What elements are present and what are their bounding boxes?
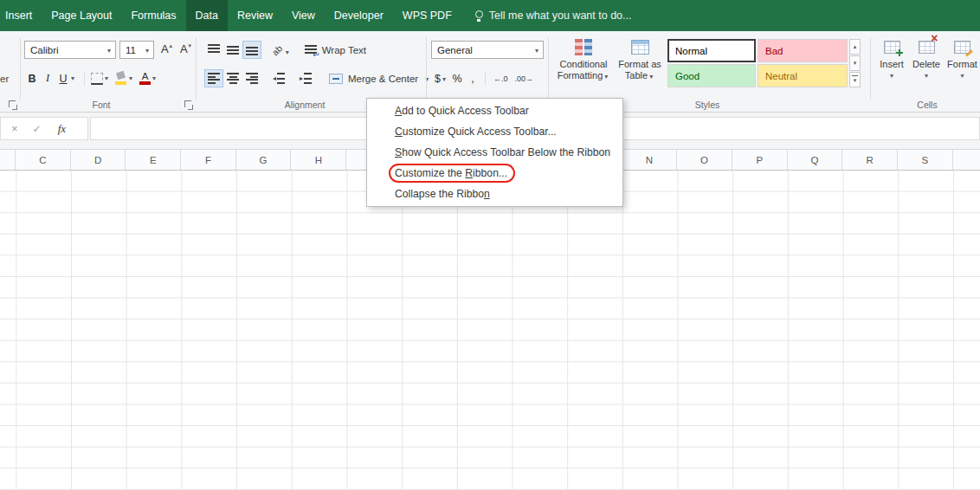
column-header-s[interactable]: S (898, 150, 953, 170)
middle-align-icon (227, 44, 239, 55)
format-as-table-icon (631, 40, 649, 55)
fill-color-icon[interactable] (114, 72, 128, 85)
number-format-combo[interactable]: General (431, 41, 544, 59)
decrease-decimal-button[interactable]: .00→ (511, 74, 537, 83)
orientation-button[interactable]: ab (272, 43, 291, 57)
tab-view[interactable]: View (282, 0, 325, 31)
borders-icon[interactable] (91, 73, 103, 85)
column-header-r[interactable]: R (842, 150, 898, 170)
align-right-button[interactable] (242, 69, 261, 87)
tab-wps-pdf[interactable]: WPS PDF (393, 0, 461, 31)
underline-button[interactable]: U (55, 69, 71, 87)
font-group-label: Font (92, 100, 110, 110)
group-separator (548, 37, 549, 100)
percent-style-button[interactable]: % (449, 69, 465, 87)
font-size-combo[interactable]: 11 (119, 41, 154, 59)
bold-button[interactable]: B (24, 69, 40, 87)
middle-align-button[interactable] (223, 41, 242, 59)
decrease-indent-button[interactable]: ◂ (269, 69, 288, 87)
top-align-button[interactable] (204, 41, 223, 59)
cell-style-normal[interactable]: Normal (667, 39, 756, 62)
up-arrow-icon (170, 41, 173, 50)
borders-dropdown[interactable] (105, 69, 113, 87)
menu-item-show-quick-access-toolbar-below-the-ribbon[interactable]: Show Quick Access Toolbar Below the Ribb… (367, 142, 622, 163)
spreadsheet-grid[interactable] (0, 171, 980, 490)
font-color-dropdown[interactable] (152, 69, 161, 87)
merge-center-label: Merge & Center (348, 74, 418, 84)
merge-center-icon (329, 74, 343, 84)
menu-item-label: Customize Quick Access Toolbar... (395, 126, 557, 138)
conditional-formatting-button[interactable]: Conditional Formatting (554, 35, 613, 81)
menu-item-add-to-quick-access-toolbar[interactable]: Add to Quick Access Toolbar (367, 100, 622, 121)
align-right-icon (246, 73, 258, 84)
underline-dropdown[interactable] (71, 69, 80, 87)
format-cells-button[interactable]: Format (945, 35, 980, 80)
column-header-f[interactable]: F (181, 150, 236, 170)
decrease-font-size-button[interactable]: A (177, 41, 195, 59)
tab-insert[interactable]: Insert (0, 0, 42, 31)
menu-item-collapse-the-ribbon[interactable]: Collapse the Ribbon (367, 184, 622, 204)
column-header-n[interactable]: N (622, 150, 678, 170)
bottom-align-icon (246, 44, 258, 55)
clipboard-dialog-launcher-icon[interactable] (9, 100, 18, 110)
tab-formulas[interactable]: Formulas (121, 0, 185, 31)
chevron-down-icon (441, 73, 448, 84)
italic-button[interactable]: I (40, 69, 55, 87)
column-header-q[interactable]: Q (788, 150, 843, 170)
column-header-d[interactable]: D (71, 150, 126, 170)
chevron-down-icon[interactable] (106, 45, 113, 55)
enter-check-icon[interactable]: ✓ (33, 124, 42, 134)
align-center-button[interactable] (223, 69, 242, 87)
column-header-o[interactable]: O (677, 150, 732, 170)
insert-cells-button[interactable]: Insert (875, 35, 908, 80)
column-header-g[interactable]: G (236, 150, 292, 170)
insert-function-icon[interactable]: fx (58, 123, 66, 134)
fill-color-dropdown[interactable] (129, 69, 138, 87)
column-header-h[interactable]: H (291, 150, 346, 170)
chevron-down-icon[interactable] (144, 45, 151, 55)
cell-style-bad[interactable]: Bad (758, 39, 848, 62)
tell-me-box[interactable]: Tell me what you want to do... (475, 0, 632, 31)
menu-item-customize-the-ribbon[interactable]: Customize the Ribbon... (367, 163, 622, 184)
gallery-scroll-down-button[interactable] (849, 55, 861, 71)
tab-review[interactable]: Review (228, 0, 282, 31)
font-dialog-launcher-icon[interactable] (184, 100, 194, 110)
clipped-format-painter-label[interactable]: er (0, 74, 9, 84)
font-color-icon[interactable]: A (139, 71, 152, 86)
styles-gallery-scrollbar (849, 39, 861, 87)
bottom-align-button[interactable] (242, 41, 261, 59)
alignment-group-label: Alignment (285, 100, 326, 110)
merge-center-button[interactable]: Merge & Center (329, 74, 430, 84)
font-size-value: 11 (126, 45, 136, 55)
font-name-value: Calibri (30, 45, 59, 55)
chevron-down-icon[interactable] (423, 74, 430, 84)
gallery-more-button[interactable] (849, 72, 861, 87)
align-left-button[interactable] (204, 69, 223, 87)
tab-data[interactable]: Data (186, 0, 228, 31)
tab-developer[interactable]: Developer (325, 0, 393, 31)
top-align-icon (208, 44, 220, 55)
column-header-p[interactable]: P (732, 150, 788, 170)
separator (485, 72, 486, 86)
format-as-table-button[interactable]: Format as Table (615, 35, 665, 81)
increase-decimal-button[interactable]: ←.0 (490, 74, 512, 83)
wrap-text-button[interactable]: Wrap Text (305, 44, 366, 55)
cancel-icon[interactable]: × (11, 123, 18, 134)
cell-style-good[interactable]: Good (667, 64, 756, 87)
column-header-partial[interactable] (0, 150, 16, 170)
increase-indent-button[interactable]: ▸ (296, 69, 315, 87)
tab-page-layout[interactable]: Page Layout (42, 0, 121, 31)
cell-style-neutral[interactable]: Neutral (758, 64, 848, 87)
right-arrow-icon: ▸ (300, 75, 303, 82)
delete-cells-button[interactable]: Delete (910, 35, 943, 80)
accounting-format-button[interactable]: $ (433, 69, 449, 87)
menu-item-customize-quick-access-toolbar[interactable]: Customize Quick Access Toolbar... (367, 121, 622, 142)
chevron-down-icon[interactable] (533, 45, 540, 55)
increase-font-size-button[interactable]: A (158, 41, 176, 59)
column-header-e[interactable]: E (126, 150, 181, 170)
gallery-scroll-up-button[interactable] (849, 39, 861, 55)
font-name-combo[interactable]: Calibri (24, 41, 116, 59)
column-header-c[interactable]: C (16, 150, 71, 170)
comma-style-button[interactable]: , (465, 69, 480, 87)
chevron-down-icon (923, 70, 930, 80)
